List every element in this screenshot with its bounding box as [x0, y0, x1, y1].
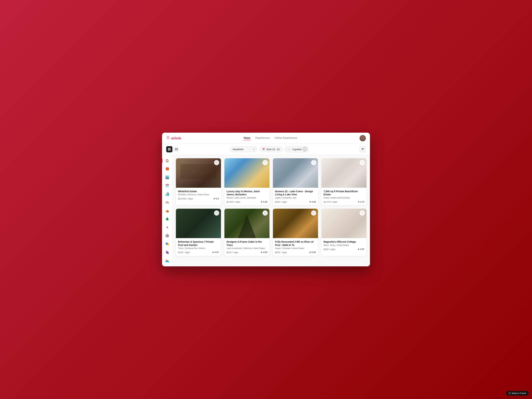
wishlist-button-1[interactable]: ♡: [214, 160, 219, 165]
sidebar-item-gift[interactable]: 🎁: [163, 165, 171, 173]
toolbar: Anywhere ▾ 📅 June 14 - 21 − 4 guests +: [162, 144, 370, 155]
listings-grid: ♡ Whitefish Estate Whitefish, Montana, U…: [176, 158, 367, 256]
card-footer-3: $359 / night ★ 4.99: [275, 200, 316, 203]
listing-card-4[interactable]: ♡ 7,500 sq ft Private Beachfront Estate …: [322, 158, 367, 205]
sidebar-item-triangle[interactable]: 🔺: [163, 223, 171, 231]
logo[interactable]: airbnb: [166, 136, 181, 141]
listing-card-7[interactable]: ♡ Fully Renovated 2 BR on River w/ Pool …: [273, 209, 318, 256]
guests-select: − 4 guests +: [284, 146, 309, 153]
card-rating-8: ★ 4.97: [358, 248, 364, 250]
card-rating-2: ★ 5.00: [261, 200, 267, 203]
framer-icon: ⬛: [508, 392, 511, 394]
card-image-3: ♡: [273, 158, 318, 188]
card-price-6: $225 / night: [227, 251, 238, 254]
wishlist-button-4[interactable]: ♡: [360, 160, 365, 165]
location-value: Anywhere: [233, 148, 243, 151]
card-info-4: 7,500 sq ft Private Beachfront Estate Du…: [322, 188, 367, 205]
sidebar-item-city[interactable]: 🏙️: [163, 174, 171, 181]
star-icon: ★: [212, 251, 214, 254]
card-title-3: Numero 22 - Lake Como - Design Living & …: [275, 190, 316, 196]
listing-card-6[interactable]: ♡ Designer A-Frame Cabin in the Trees La…: [224, 209, 269, 256]
card-rating-5: ★ 4.97: [212, 251, 219, 254]
avatar-image: [360, 135, 366, 141]
sidebar-item-vineyard[interactable]: 🍇: [163, 248, 171, 256]
listing-card-8[interactable]: ♡ Magnolia's Hillcrest Cottage Waco, Tex…: [322, 209, 367, 256]
svg-rect-1: [170, 148, 171, 149]
card-image-8: ♡: [322, 209, 367, 238]
listing-card-2[interactable]: ♡ Luxury stay in Weston, Saint James, Ba…: [224, 158, 269, 205]
card-title-4: 7,500 sq ft Private Beachfront Estate: [323, 190, 364, 196]
card-footer-1: $10,000 / night ★ 5.0: [178, 197, 219, 200]
wishlist-button-2[interactable]: ♡: [263, 160, 268, 165]
listing-card-5[interactable]: ♡ Bohemian & Spacious / Private Pool and…: [176, 209, 221, 256]
map-view-button[interactable]: [173, 146, 179, 152]
card-rating-4: ★ 4.73: [358, 200, 364, 203]
card-location-2: Weston, Saint James, Barbados: [227, 197, 267, 199]
card-price-5: $199 / night: [178, 251, 190, 254]
date-select[interactable]: 📅 June 14 - 21: [259, 146, 283, 152]
tab-stays[interactable]: Stays: [244, 136, 251, 140]
listing-card-1[interactable]: ♡ Whitefish Estate Whitefish, Montana, U…: [176, 158, 221, 205]
card-footer-2: $1,500 / night ★ 5.00: [227, 200, 267, 203]
airbnb-logo-icon: [166, 136, 170, 141]
sidebar-item-camping[interactable]: ⛺: [163, 207, 171, 214]
search-controls: Anywhere ▾ 📅 June 14 - 21 − 4 guests +: [181, 146, 357, 153]
card-price-4: $2,478 / night: [323, 200, 337, 203]
star-icon: ★: [358, 248, 360, 250]
card-info-8: Magnolia's Hillcrest Cottage Waco, Texas…: [322, 238, 367, 252]
svg-rect-2: [168, 150, 169, 150]
card-title-2: Luxury stay in Weston, Saint James, Barb…: [227, 190, 267, 196]
star-icon: ★: [309, 200, 311, 203]
sidebar-item-calendar[interactable]: 🗓️: [163, 182, 171, 189]
card-title-6: Designer A-Frame Cabin in the Trees: [227, 240, 267, 246]
card-footer-7: $546 / night ★ 5.00: [275, 251, 316, 254]
sidebar-item-castle[interactable]: 🏰: [163, 232, 171, 239]
listings-area: ♡ Whitefish Estate Whitefish, Montana, U…: [172, 155, 370, 266]
svg-rect-0: [168, 148, 169, 149]
avatar[interactable]: [360, 135, 366, 141]
main-content: 🏠 🎁 🏙️ 🗓️ 🏄 🏘️ ⛺ 🌲 🔺 🏰 🎭 🍇 🏊: [162, 155, 370, 266]
decrease-guests-button[interactable]: −: [287, 147, 291, 151]
card-price-3: $359 / night: [275, 200, 287, 203]
card-image-6: ♡: [224, 209, 269, 238]
nav-tabs: Stays Experiences Online Experiences: [184, 136, 356, 140]
card-footer-4: $2,478 / night ★ 4.73: [323, 200, 364, 203]
wishlist-button-3[interactable]: ♡: [311, 160, 316, 165]
sidebar: 🏠 🎁 🏙️ 🗓️ 🏄 🏘️ ⛺ 🌲 🔺 🏰 🎭 🍇 🏊: [162, 155, 172, 266]
card-location-5: Tulum, Quintana Roo, Mexico: [178, 247, 219, 249]
sidebar-item-pool[interactable]: 🏊: [163, 257, 171, 264]
sidebar-item-nature[interactable]: 🌲: [163, 215, 171, 223]
card-price-1: $10,000 / night: [178, 197, 193, 200]
calendar-icon: 📅: [262, 148, 265, 151]
card-location-8: Waco, Texas, United States: [323, 244, 364, 246]
svg-rect-3: [170, 150, 171, 150]
star-icon: ★: [213, 197, 215, 200]
sidebar-item-village[interactable]: 🏘️: [163, 199, 171, 206]
card-price-8: $500 / night: [323, 248, 335, 251]
location-select[interactable]: Anywhere ▾: [230, 146, 258, 152]
card-info-2: Luxury stay in Weston, Saint James, Barb…: [224, 188, 269, 205]
card-rating-7: ★ 5.00: [309, 251, 316, 254]
sidebar-item-home[interactable]: 🏠: [163, 157, 171, 164]
card-image-5: ♡: [176, 209, 221, 238]
star-icon: ★: [309, 251, 311, 254]
card-info-6: Designer A-Frame Cabin in the Trees Lake…: [224, 238, 269, 256]
sidebar-item-entertainment[interactable]: 🎭: [163, 240, 171, 248]
listing-card-3[interactable]: ♡ Numero 22 - Lake Como - Design Living …: [273, 158, 318, 205]
increase-guests-button[interactable]: +: [303, 147, 307, 151]
card-title-5: Bohemian & Spacious / Private Pool and G…: [178, 240, 219, 246]
tab-experiences[interactable]: Experiences: [255, 136, 270, 140]
sidebar-item-beach[interactable]: 🏄: [163, 190, 171, 198]
star-icon: ★: [358, 200, 360, 203]
card-location-3: Laglio, Lombardia, Italy: [275, 197, 316, 199]
card-title-8: Magnolia's Hillcrest Cottage: [323, 240, 364, 243]
star-icon: ★: [261, 200, 263, 203]
card-title-7: Fully Renovated 2 BR on River w/ Pool - …: [275, 240, 316, 246]
guests-value: 4 guests: [292, 148, 301, 151]
card-info-5: Bohemian & Spacious / Private Pool and G…: [176, 238, 221, 256]
tab-online-experiences[interactable]: Online Experiences: [274, 136, 297, 140]
grid-view-button[interactable]: [166, 146, 172, 152]
card-info-1: Whitefish Estate Whitefish, Montana, Uni…: [176, 188, 221, 202]
logo-text: airbnb: [171, 136, 181, 140]
filter-button[interactable]: [360, 146, 366, 152]
